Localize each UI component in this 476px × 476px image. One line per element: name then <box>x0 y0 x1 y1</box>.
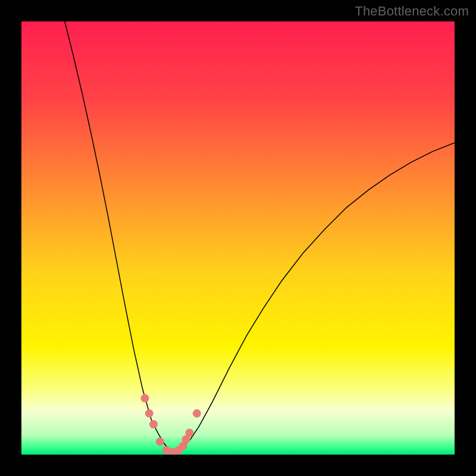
watermark-text: TheBottleneck.com <box>355 4 469 19</box>
chart-frame: TheBottleneck.com <box>0 0 476 476</box>
plot-area <box>21 21 455 455</box>
data-marker <box>193 409 201 418</box>
gradient-background <box>21 21 455 455</box>
data-marker <box>156 437 164 446</box>
data-marker <box>149 420 158 428</box>
chart-svg <box>21 21 455 455</box>
data-marker <box>145 409 154 418</box>
data-marker <box>185 429 193 437</box>
data-marker <box>140 394 149 402</box>
